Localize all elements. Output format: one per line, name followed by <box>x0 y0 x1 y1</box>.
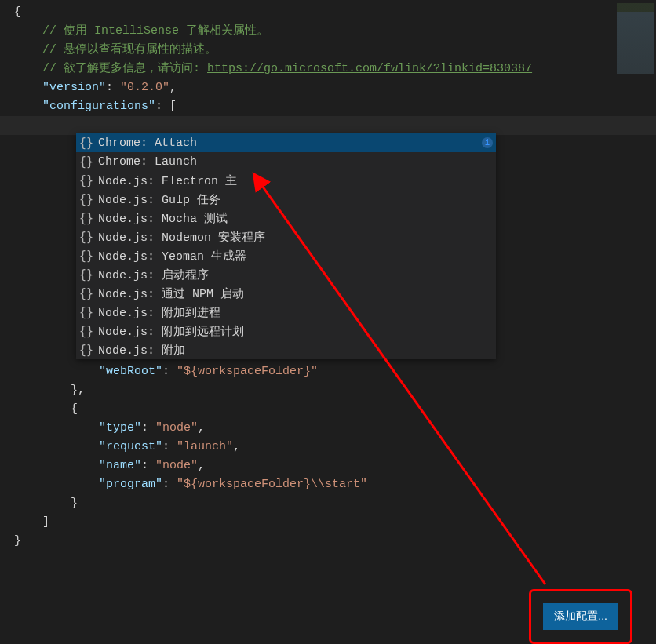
snippet-icon: {} <box>79 267 93 282</box>
val-name: "node" <box>155 459 198 472</box>
suggest-item-chrome-attach[interactable]: {} Chrome: Attach i <box>76 133 496 152</box>
suggest-label: Node.js: Gulp 任务 <box>98 192 220 207</box>
active-line <box>0 116 656 135</box>
snippet-icon: {} <box>79 136 93 150</box>
intellisense-suggest-widget[interactable]: {} Chrome: Attach i {}Chrome: Launch {}N… <box>76 133 496 359</box>
suggest-item-mocha[interactable]: {}Node.js: Mocha 测试 <box>76 209 496 227</box>
suggest-item-gulp[interactable]: {}Node.js: Gulp 任务 <box>76 190 496 209</box>
suggest-item-electron[interactable]: {}Node.js: Electron 主 <box>76 171 496 190</box>
snippet-icon: {} <box>79 211 93 225</box>
info-icon[interactable]: i <box>482 137 493 148</box>
comment-line-2: // 悬停以查看现有属性的描述。 <box>42 43 217 56</box>
suggest-label: Node.js: Electron 主 <box>98 173 237 188</box>
suggest-item-attach[interactable]: {}Node.js: 附加 <box>76 340 496 359</box>
val-type: "node" <box>155 421 198 435</box>
suggest-label: Node.js: Yeoman 生成器 <box>98 249 246 264</box>
suggest-label: Node.js: 通过 NPM 启动 <box>98 286 244 301</box>
key-program: "program" <box>99 478 162 491</box>
suggest-label: Node.js: 启动程序 <box>98 267 209 282</box>
key-version: "version" <box>42 81 106 94</box>
suggest-item-attach-remote[interactable]: {}Node.js: 附加到远程计划 <box>76 322 496 340</box>
add-configuration-button[interactable]: 添加配置... <box>543 603 618 630</box>
suggest-item-yeoman[interactable]: {}Node.js: Yeoman 生成器 <box>76 246 496 265</box>
key-webroot: "webRoot" <box>99 365 162 378</box>
suggest-label: Node.js: 附加到进程 <box>98 305 220 320</box>
key-type: "type" <box>99 421 141 435</box>
comment-line-1: // 使用 IntelliSense 了解相关属性。 <box>42 24 268 38</box>
suggest-label: Node.js: Mocha 测试 <box>98 211 228 226</box>
suggest-item-launch-program[interactable]: {}Node.js: 启动程序 <box>76 265 496 284</box>
suggest-label: Node.js: Nodemon 安装程序 <box>98 230 265 245</box>
snippet-icon: {} <box>79 324 93 338</box>
comment-line-3-prefix: // 欲了解更多信息，请访问: <box>42 62 207 75</box>
val-request: "launch" <box>177 440 233 453</box>
suggest-label: Chrome: Attach <box>98 136 197 150</box>
val-version: "0.2.0" <box>120 81 169 94</box>
val-program: "${workspaceFolder}\\start" <box>177 478 367 491</box>
snippet-icon: {} <box>79 155 93 169</box>
snippet-icon: {} <box>79 192 93 206</box>
snippet-icon: {} <box>79 173 93 187</box>
brace-close: } <box>14 534 21 548</box>
snippet-icon: {} <box>79 249 93 263</box>
snippet-icon: {} <box>79 305 93 319</box>
suggest-item-nodemon[interactable]: {}Node.js: Nodemon 安装程序 <box>76 227 496 246</box>
suggest-item-attach-process[interactable]: {}Node.js: 附加到进程 <box>76 303 496 322</box>
suggest-label: Node.js: 附加 <box>98 343 185 358</box>
add-config-highlight-frame: 添加配置... <box>529 589 632 644</box>
snippet-icon: {} <box>79 343 93 357</box>
suggest-item-npm-launch[interactable]: {}Node.js: 通过 NPM 启动 <box>76 284 496 303</box>
val-webroot: "${workspaceFolder}" <box>177 365 318 378</box>
suggest-label: Chrome: Launch <box>98 155 197 169</box>
doc-link[interactable]: https://go.microsoft.com/fwlink/?linkid=… <box>207 62 532 75</box>
snippet-icon: {} <box>79 286 93 300</box>
key-configurations: "configurations" <box>42 100 155 113</box>
key-request: "request" <box>99 440 162 453</box>
snippet-icon: {} <box>79 230 93 244</box>
brace-open: { <box>14 5 21 19</box>
key-name: "name" <box>99 459 141 472</box>
suggest-item-chrome-launch[interactable]: {}Chrome: Launch <box>76 152 496 171</box>
suggest-label: Node.js: 附加到远程计划 <box>98 324 244 339</box>
